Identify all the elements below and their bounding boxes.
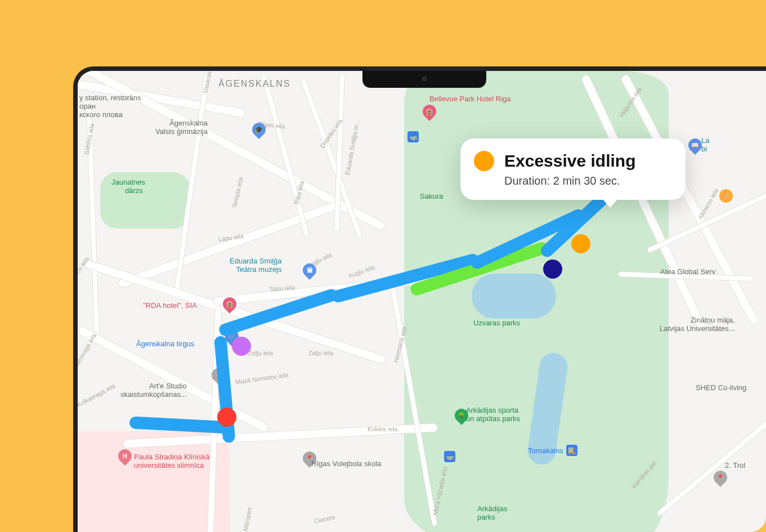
event-callout[interactable]: Excessive idling Duration: 2 min 30 sec. (460, 138, 686, 200)
street-label: Ormaņu iela (73, 256, 90, 287)
road (261, 73, 310, 238)
street-label: Ciecere (313, 513, 336, 525)
poi-label[interactable]: Atea Global Serv (660, 267, 715, 276)
poi-label[interactable]: Art'e Studio skaistumkopšanas... (120, 382, 187, 399)
street-label: Kokles iela (368, 426, 397, 432)
text: оран (79, 102, 96, 110)
text: dārzs (125, 186, 143, 195)
text: Paula Stradiņa Klīniskā (134, 453, 209, 461)
text: y station, restorāns (79, 93, 141, 102)
text: La (701, 136, 709, 145)
text: Valsts ģimnāzija (155, 127, 208, 136)
poi-label[interactable]: Sakura (420, 192, 443, 200)
poi-label[interactable]: Torņakalns (528, 446, 563, 455)
poi-label[interactable]: Āgenskalna tirgus (136, 339, 194, 348)
text: skaistumkopšanas... (120, 390, 187, 399)
street-label: Zeļļu iela (248, 350, 273, 356)
poi-label[interactable]: Paula Stradiņa Klīniskā universitātes sl… (134, 453, 209, 470)
text: bi (701, 145, 707, 153)
poi-label[interactable]: Eduarda Smiļģa Teātra muzejs (230, 257, 282, 274)
street-label: Mārupes (242, 507, 253, 531)
poi-label[interactable]: Zinātņu māja, Latvijas Universitātes... (660, 316, 735, 333)
poi-label[interactable]: Jaunatnes dārzs (111, 178, 145, 195)
poi-label[interactable]: La bi (701, 136, 709, 153)
device-notch (362, 71, 486, 88)
text: universitātes slimnīca (134, 461, 204, 470)
restaurant-icon[interactable]: 🍴 (719, 189, 733, 203)
poi-label[interactable]: SHED Co-living (696, 383, 746, 392)
street-label: Kolkasraga iela (76, 382, 117, 408)
transit-icon[interactable]: 🚉 (566, 445, 577, 456)
district-label: ĀGENSKALNS (218, 79, 290, 89)
street-label: Eduarda Smiļģa ie... (344, 119, 360, 176)
text: Arkādijas (477, 504, 507, 513)
callout-duration: Duration: 2 min 30 sec. (504, 175, 668, 187)
text: Jaunatnes (111, 178, 145, 186)
poi-label[interactable]: Uzvaras parks (473, 319, 520, 327)
route-marker-idling[interactable] (571, 234, 590, 253)
poi-label[interactable]: Arkādijas sporta un atpūtas parks (466, 406, 520, 423)
text: Art'e Studio (149, 382, 187, 390)
text: кского плова (79, 110, 123, 119)
route-marker-event[interactable] (232, 337, 251, 356)
callout-title: Excessive idling (504, 151, 635, 171)
pond-1 (472, 274, 556, 319)
poi-label[interactable]: Āgenskalna Valsts ģimnāzija (155, 119, 208, 136)
text: Arkādijas sporta (466, 406, 518, 414)
poi-label[interactable]: y station, restorāns оран кского плова (79, 93, 141, 119)
poi-label[interactable]: "RDA hotel", SIA (143, 301, 197, 310)
route-marker-stop[interactable] (217, 408, 236, 427)
text: Eduarda Smiļģa (230, 257, 282, 265)
device-frame: ĀGENSKALNS Sabiles iela Olgas iela Vasar… (73, 66, 766, 532)
text: parks (477, 513, 495, 521)
idling-dot-icon (474, 151, 494, 171)
street-label: Augļu iela (347, 263, 375, 279)
transit-icon[interactable]: 🚌 (444, 451, 455, 462)
poi-label[interactable]: 2. Trol (725, 461, 745, 470)
street-label: Vasaras (201, 70, 213, 93)
text: un atpūtas parks (466, 414, 520, 423)
map-canvas[interactable]: ĀGENSKALNS Sabiles iela Olgas iela Vasar… (78, 71, 766, 532)
transit-icon[interactable]: 🚌 (407, 131, 419, 142)
poi-label[interactable]: Arkādijas parks (477, 504, 507, 521)
street-label: Mazā Nometņu iela (235, 371, 289, 385)
text: Latvijas Universitātes... (660, 324, 735, 333)
route-marker-waypoint[interactable] (543, 260, 562, 279)
street-label: Zeļļu iela (308, 350, 333, 356)
street-label: Tempļa iela (231, 177, 244, 209)
text: Teātra muzejs (236, 265, 282, 274)
road (656, 419, 766, 517)
text: Zinātņu māja, (691, 316, 735, 324)
text: Āgenskalna (169, 119, 208, 127)
poi-label[interactable]: Rīgas Volejbola skola (311, 459, 381, 468)
poi-label[interactable]: Bellevue Park Hotel Riga (429, 95, 511, 103)
